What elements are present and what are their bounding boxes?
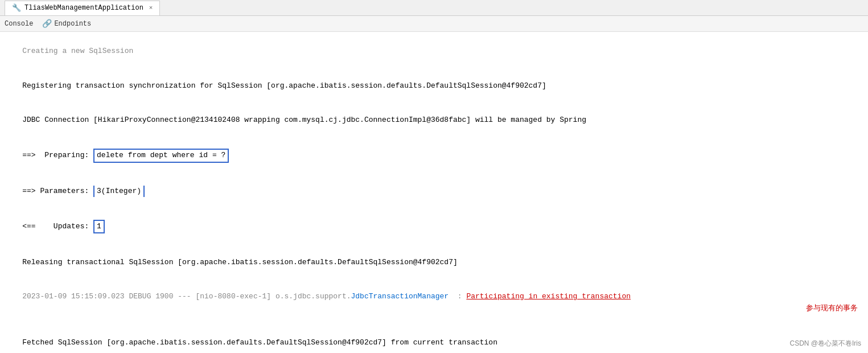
app-tab[interactable]: 🔧 TliasWebManagementApplication × <box>5 1 160 15</box>
toolbar: Console 🔗 Endpoints <box>0 16 868 32</box>
log-line-fetched: Fetched SqlSession [org.apache.ibatis.se… <box>5 326 863 353</box>
sql-arrow: ==> Preparing: <box>22 151 93 159</box>
app-title: TliasWebManagementApplication <box>24 4 143 12</box>
participating-text: Participating in existing transaction <box>466 292 631 301</box>
app-icon: 🔧 <box>12 3 21 13</box>
sql-updates-label: <== Updates: <box>22 222 93 231</box>
sql-params-label: ==> Parameters: <box>22 187 93 195</box>
sql-updates-line: <== Updates: 1 <box>5 208 863 245</box>
log-line-releasing1: Releasing transactional SqlSession [org.… <box>5 245 863 280</box>
annotation-participating: 参与现有的事务 <box>806 302 858 314</box>
endpoints-tab[interactable]: 🔗 Endpoints <box>42 19 91 28</box>
debug-timestamp: 2023-01-09 15:15:09.023 DEBUG 1900 --- [… <box>22 292 351 301</box>
line-text: JDBC Connection [HikariProxyConnection@2… <box>22 116 586 124</box>
line-text: Fetched SqlSession [org.apache.ibatis.se… <box>22 338 497 347</box>
endpoints-icon: 🔗 <box>42 19 52 28</box>
sql-params-box: 3(Integer) <box>93 186 145 197</box>
console-tab[interactable]: Console <box>5 20 33 28</box>
sql-params-line: ==> Parameters: 3(Integer) <box>5 174 863 208</box>
log-line-3: JDBC Connection [HikariProxyConnection@2… <box>5 103 863 137</box>
sql-updates-box: 1 <box>93 220 105 233</box>
close-tab-button[interactable]: × <box>149 5 153 11</box>
log-line-2: Registering transaction synchronization … <box>5 68 863 102</box>
console-label: Console <box>5 20 33 28</box>
footer-credit: CSDN @卷心菜不卷Iris <box>789 339 861 348</box>
line-text: Releasing transactional SqlSession [org.… <box>22 258 458 266</box>
log-line-participating: 2023-01-09 15:15:09.023 DEBUG 1900 --- [… <box>5 280 863 326</box>
line-text: Creating a new SqlSession <box>22 47 133 55</box>
sql-preparing-box: delete from dept where id = ? <box>93 149 229 162</box>
jdbc-manager-link: JdbcTransactionManager <box>351 292 449 301</box>
debug-separator: : <box>449 292 466 301</box>
credit-text: CSDN @卷心菜不卷Iris <box>789 339 861 347</box>
title-bar: 🔧 TliasWebManagementApplication × <box>0 0 868 16</box>
console-output: Creating a new SqlSession Registering tr… <box>0 32 868 353</box>
endpoints-label: Endpoints <box>54 20 91 28</box>
log-line-1: Creating a new SqlSession <box>5 34 863 68</box>
sql-preparing-line: ==> Preparing: delete from dept where id… <box>5 137 863 174</box>
line-text: Registering transaction synchronization … <box>22 81 546 90</box>
